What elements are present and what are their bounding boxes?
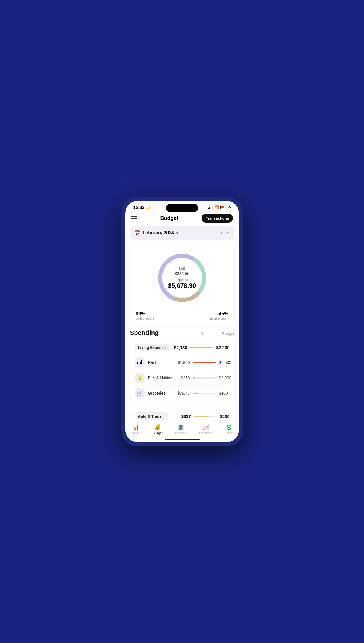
nav-label-investment: Investment [199, 432, 213, 435]
spending-col-headers: Spent Budget [201, 331, 234, 336]
nav-investment[interactable]: 📈 Investment [195, 424, 217, 435]
category-progress [194, 416, 217, 417]
sub-item-name: Groceries [148, 391, 174, 396]
category-amounts: $337 $500 [181, 414, 230, 419]
category-auto-trans[interactable]: Auto & Trans... $337 $500 ⛽ Gas $350 [130, 408, 234, 421]
col-budget: Budget [222, 331, 234, 336]
date-selector[interactable]: 📅 February 2024 ▾ ‹ › [130, 226, 234, 240]
category-amounts: $2,138 $2,200 [174, 345, 230, 350]
list-item[interactable]: 🛋 Rent $1,800 $1,500 [135, 355, 230, 370]
budget-spent-percent: 89% [136, 311, 154, 317]
spending-section: Spending Spent Budget Living Expense $2,… [125, 329, 239, 421]
category-budget: $500 [220, 414, 229, 419]
budget-icon: 💰 [154, 424, 161, 431]
category-spent: $2,138 [174, 345, 187, 350]
date-left[interactable]: 📅 February 2024 ▾ [130, 226, 215, 240]
calendar-icon: 📅 [134, 230, 140, 236]
battery-indicator: 25 [220, 206, 231, 209]
chevron-down-icon: ▾ [176, 231, 178, 235]
sub-budget: $1,500 [219, 360, 232, 365]
category-header-row: Living Expense $2,138 $2,200 [135, 344, 230, 351]
budget-chart-card: Left $234.56 Expense $5,678.90 89% budge… [130, 243, 234, 325]
accounts-icon: 🏦 [177, 424, 184, 431]
sub-progress-bar [193, 393, 216, 394]
sub-spent: $258 [174, 376, 190, 380]
list-item[interactable]: 🛒 Groceries $79.47 $400 [135, 385, 230, 401]
dynamic-island [166, 204, 198, 212]
spending-header: Spending Spent Budget [130, 329, 234, 337]
donut-center-text: Left $234.56 Expense $5,678.90 [168, 266, 196, 290]
category-tag: Auto & Trans... [135, 412, 168, 420]
sub-progress-bar [193, 362, 216, 363]
col-spent: Spent [201, 331, 211, 336]
app-header: Budget Transactions [125, 211, 239, 226]
bottom-nav: 📊 Copilot 💰 Budget 🏦 Accounts 📈 Investme… [125, 421, 239, 437]
category-header-row: Auto & Trans... $337 $500 [135, 412, 230, 420]
sub-spent: $1,800 [174, 360, 190, 365]
groceries-icon: 🛒 [135, 388, 145, 398]
bills-icon: 💡 [135, 373, 145, 383]
budget-spent-stat: 89% budget spent [136, 311, 154, 320]
budget-spent-label: budget spent [136, 317, 154, 320]
category-tag: Living Expense [135, 344, 169, 351]
sub-item-amounts: $79.47 $400 [174, 391, 232, 396]
nav-label-plan: Plan [226, 432, 232, 435]
investment-icon: 📈 [202, 424, 210, 431]
expense-label: Expense [168, 278, 196, 282]
nav-label-budget: Budget [153, 432, 162, 435]
income-spent-stat: 45% income spent [209, 311, 228, 320]
sub-item-name: Bills & Utilities [148, 376, 174, 380]
nav-budget[interactable]: 💰 Budget [149, 424, 166, 435]
date-navigation: ‹ › [215, 229, 234, 237]
category-progress [190, 347, 213, 348]
plan-icon: 💲 [225, 424, 233, 431]
current-month: February 2024 [143, 230, 174, 236]
donut-chart: Left $234.56 Expense $5,678.90 [136, 249, 229, 307]
income-spent-percent: 45% [209, 311, 228, 317]
category-living-expense[interactable]: Living Expense $2,138 $2,200 🛋 Rent $1,8… [130, 340, 234, 405]
expense-amount: $5,678.90 [168, 282, 196, 290]
prev-month-button[interactable]: ‹ [219, 229, 224, 237]
nav-label-accounts: Accounts [175, 432, 187, 435]
next-month-button[interactable]: › [225, 229, 230, 237]
sub-budget: $2,200 [219, 376, 232, 380]
spending-title: Spending [130, 329, 159, 337]
income-spent-label: income spent [209, 317, 228, 320]
nav-copilot[interactable]: 📊 Copilot [128, 424, 144, 435]
category-spent: $337 [181, 414, 191, 419]
wifi-icon: 📶 [214, 205, 219, 209]
sub-item-amounts: $258 $2,200 [174, 376, 232, 380]
phone-frame: 15:33 🌙 📶 25 [121, 197, 243, 446]
nav-accounts[interactable]: 🏦 Accounts [171, 424, 190, 435]
moon-icon: 🌙 [146, 205, 151, 209]
chart-stats: 89% budget spent 45% income spent [136, 311, 229, 320]
sub-item-amounts: $1,800 $1,500 [174, 360, 232, 365]
home-indicator [125, 437, 239, 442]
home-bar [165, 439, 200, 440]
left-label: Left [168, 266, 196, 271]
signal-icon [208, 206, 213, 209]
sub-budget: $400 [219, 391, 232, 396]
rent-icon: 🛋 [135, 357, 145, 368]
sub-item-name: Rent [148, 360, 174, 365]
copilot-icon: 📊 [132, 424, 140, 431]
phone-screen: 15:33 🌙 📶 25 [125, 201, 239, 442]
status-time: 15:33 🌙 [133, 205, 151, 210]
menu-button[interactable] [131, 216, 137, 220]
nav-plan[interactable]: 💲 Plan [222, 424, 236, 435]
category-budget: $2,200 [216, 345, 230, 350]
sub-spent: $79.47 [174, 391, 190, 396]
svg-point-4 [184, 255, 187, 258]
sub-progress-bar [193, 377, 216, 379]
status-right: 📶 25 [208, 205, 231, 209]
left-amount: $234.56 [168, 271, 196, 276]
list-item[interactable]: 💡 Bills & Utilities $258 $2,200 [135, 370, 230, 385]
nav-label-copilot: Copilot [131, 432, 140, 435]
transactions-button[interactable]: Transactions [202, 214, 233, 223]
page-title: Budget [160, 215, 178, 221]
